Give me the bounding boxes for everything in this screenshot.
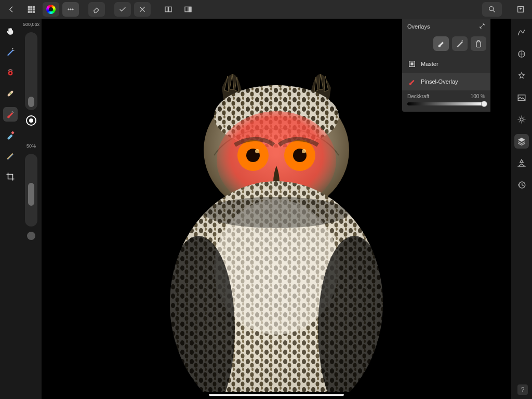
svg-rect-0: [28, 6, 30, 8]
svg-rect-8: [33, 11, 34, 12]
left-toolbar: [0, 19, 21, 399]
overlay-brush-label: Pinsel-Overlay: [421, 78, 458, 85]
color-wheel-button[interactable]: [43, 2, 59, 17]
more-button[interactable]: [62, 2, 79, 17]
opacity-value: 100 %: [471, 94, 485, 99]
eraser-button[interactable]: [88, 2, 105, 17]
expand-icon[interactable]: [479, 23, 485, 30]
overlay-master-label: Master: [421, 61, 438, 67]
canvas-image: [152, 59, 401, 392]
svg-rect-3: [28, 9, 30, 10]
paint-tool[interactable]: [3, 107, 18, 122]
svg-point-11: [72, 9, 74, 10]
zoom-button[interactable]: [482, 2, 502, 17]
back-button[interactable]: [3, 2, 20, 17]
export-button[interactable]: [512, 2, 529, 17]
picture-module[interactable]: [514, 90, 529, 105]
svg-point-20: [9, 72, 11, 74]
svg-point-9: [68, 9, 70, 10]
brush-size-label: 500,0px: [23, 22, 39, 27]
brush-size-slider[interactable]: [25, 32, 37, 110]
brush-sliders: 500,0px 50%: [21, 19, 42, 399]
svg-rect-1: [31, 6, 32, 8]
svg-rect-4: [31, 9, 32, 10]
brush-hardness-indicator[interactable]: [27, 232, 35, 240]
dodge-tool[interactable]: [3, 128, 18, 142]
brush-opacity-label: 50%: [26, 143, 36, 149]
svg-rect-7: [31, 11, 32, 12]
focus-module[interactable]: [514, 112, 529, 127]
slider-thumb[interactable]: [28, 97, 34, 107]
opacity-label: Deckkraft: [407, 94, 429, 99]
svg-point-35: [302, 149, 306, 153]
geometry-module[interactable]: [514, 156, 529, 170]
overlay-brush-add-button[interactable]: [433, 36, 449, 51]
smudge-tool[interactable]: [3, 149, 18, 163]
svg-rect-44: [410, 62, 413, 65]
svg-rect-12: [165, 7, 168, 11]
brush-opacity-slider[interactable]: [25, 154, 37, 227]
compare-button[interactable]: [160, 2, 177, 17]
slider-thumb[interactable]: [28, 183, 34, 206]
splitview-button[interactable]: [180, 2, 196, 17]
svg-point-17: [12, 48, 14, 49]
master-icon: [407, 59, 417, 69]
light-module[interactable]: [514, 69, 529, 83]
opacity-knob[interactable]: [481, 101, 487, 107]
hand-tool[interactable]: [3, 24, 18, 38]
svg-point-18: [14, 50, 15, 51]
overlay-delete-button[interactable]: [471, 36, 486, 51]
brush-icon: [407, 77, 417, 86]
gallery-grid-button[interactable]: [23, 2, 39, 17]
history-module[interactable]: [514, 178, 529, 192]
magic-wand-tool[interactable]: [3, 45, 18, 59]
top-toolbar: [0, 0, 532, 19]
svg-rect-5: [33, 9, 34, 10]
svg-point-42: [462, 41, 463, 42]
svg-rect-6: [28, 11, 30, 12]
overlays-panel: Overlays Master Pinsel-Overlay D: [402, 19, 490, 112]
canvas-area: Overlays Master Pinsel-Overlay D: [42, 19, 511, 399]
lens-module[interactable]: [514, 47, 529, 61]
histogram-module[interactable]: [514, 25, 529, 39]
opacity-slider[interactable]: [407, 102, 485, 105]
svg-point-47: [520, 118, 523, 121]
overlay-brush-row[interactable]: Pinsel-Overlay: [402, 73, 490, 90]
color-wheel-icon: [46, 5, 56, 14]
overlay-master-row[interactable]: Master: [402, 55, 490, 73]
cancel-button[interactable]: [134, 2, 151, 17]
svg-point-10: [70, 9, 72, 10]
svg-point-39: [204, 197, 349, 228]
svg-rect-22: [11, 131, 14, 134]
home-indicator: [209, 394, 344, 396]
svg-point-15: [489, 7, 494, 11]
heal-tool[interactable]: [3, 86, 18, 101]
svg-rect-13: [169, 7, 171, 11]
svg-point-32: [255, 149, 259, 153]
crop-tool[interactable]: [3, 169, 18, 184]
overlays-title: Overlays: [407, 23, 430, 30]
accept-button[interactable]: [114, 2, 131, 17]
right-module-bar: [511, 19, 532, 399]
layers-module[interactable]: [514, 134, 529, 149]
brush-preview-toggle[interactable]: [26, 115, 36, 126]
help-button[interactable]: ?: [517, 384, 528, 395]
svg-rect-2: [33, 6, 34, 8]
redeye-tool[interactable]: [3, 65, 18, 80]
overlays-toolbar: [402, 34, 490, 55]
overlay-wand-button[interactable]: [452, 36, 468, 51]
